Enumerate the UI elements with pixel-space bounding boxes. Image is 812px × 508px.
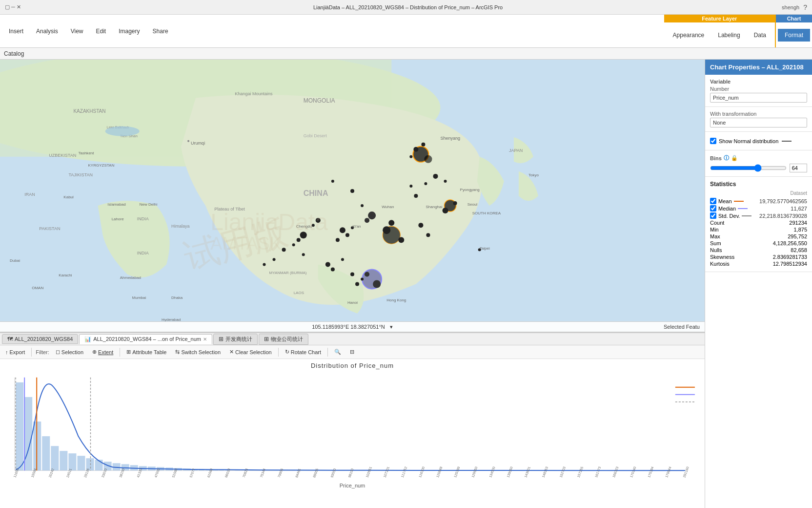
svg-rect-105 (51, 446, 59, 470)
map-tab-label: ALL_20210820_WGS84 (15, 336, 73, 342)
svg-text:125399: 125399 (453, 466, 461, 478)
map-area[interactable]: MONGOLIA CHINA KAZAKHSTAN Urumqi Shenyan… (0, 60, 705, 332)
svg-point-48 (302, 253, 305, 256)
svg-text:CHINA: CHINA (304, 189, 328, 197)
tab-insert[interactable]: Insert (3, 25, 29, 38)
tab-format[interactable]: Format (778, 29, 810, 42)
svg-point-12 (421, 143, 425, 147)
svg-point-31 (331, 180, 334, 183)
svg-text:75344: 75344 (260, 468, 266, 478)
switch-selection-button[interactable]: ⇆ Switch Selection (173, 348, 223, 356)
dropdown-icon[interactable]: ▾ (390, 324, 393, 330)
table-tab-dev[interactable]: ⊞ 开发商统计 (213, 334, 258, 345)
svg-text:UZBEKISTAN: UZBEKISTAN (49, 153, 76, 158)
tab-edit[interactable]: Edit (90, 25, 112, 38)
rotate-chart-icon: ↻ (285, 349, 289, 355)
svg-point-54 (418, 223, 423, 228)
svg-text:Pyongyang: Pyongyang (460, 188, 480, 192)
field-input[interactable] (710, 93, 807, 103)
svg-point-30 (388, 220, 394, 226)
dataset-label: Dataset (710, 190, 807, 196)
svg-text:Shanghai: Shanghai (426, 205, 442, 209)
feature-layer-label: Feature Layer (664, 15, 775, 22)
transformation-input[interactable] (710, 118, 807, 127)
tab-appearance[interactable]: Appearance (666, 29, 711, 42)
svg-point-18 (345, 233, 349, 237)
svg-text:143601: 143601 (524, 466, 531, 478)
toolbar-separator-3 (278, 348, 279, 357)
skewness-value: 2.8369281733 (773, 254, 807, 260)
svg-text:LAOS: LAOS (294, 291, 304, 295)
svg-text:New Delhi: New Delhi (140, 202, 158, 207)
window-controls[interactable]: ▢ ─ ✕ (5, 4, 21, 10)
show-normal-checkbox[interactable] (710, 138, 716, 144)
sum-value: 4,128,256,550 (773, 240, 807, 246)
svg-point-49 (273, 258, 276, 261)
svg-point-35 (424, 182, 427, 185)
histogram-svg: 11659 15584 20242 24511 29126 33010 3815… (0, 370, 705, 483)
svg-point-34 (414, 194, 418, 198)
table-tab-prop[interactable]: ⊞ 物业公司统计 (259, 334, 308, 345)
svg-text:Hong Kong: Hong Kong (386, 298, 406, 302)
catalog-bar: Catalog (0, 48, 812, 60)
stat-min: Min 1,875 (710, 227, 807, 233)
mean-color-indicator (734, 201, 744, 202)
chart-panel-header: Chart Properties – ALL_202108 (705, 60, 812, 75)
svg-point-40 (373, 280, 381, 288)
kurtosis-label: Kurtosis (710, 261, 730, 267)
fit-button[interactable]: ⊟ (347, 348, 357, 356)
chart-tabs: Format (776, 22, 812, 47)
filter-label: Filter: (36, 349, 49, 355)
stat-median: Median 11,627 (710, 205, 807, 212)
extent-label: Extent (98, 349, 113, 355)
chart-context-label: Chart (776, 15, 812, 22)
coordinates-text: 105.1185993°E 18.3827051°N (312, 324, 385, 330)
bins-info-icon[interactable]: ⓘ (724, 154, 729, 162)
count-label: Count (710, 220, 724, 226)
tab-view[interactable]: View (65, 25, 89, 38)
svg-point-11 (413, 147, 418, 152)
svg-text:KYRGYZSTAN: KYRGYZSTAN (88, 163, 114, 168)
svg-text:MYANMAR (BURMA): MYANMAR (BURMA) (269, 271, 307, 275)
svg-text:Hanoi: Hanoi (347, 300, 358, 305)
export-button[interactable]: ↑ Export (3, 348, 27, 356)
selection-icon: ◻ (56, 349, 60, 355)
tabs-bar: 🗺 ALL_20210820_WGS84 📊 ALL_20210820_WGS8… (0, 333, 705, 345)
stddev-checkbox[interactable] (710, 212, 716, 219)
tab-analysis[interactable]: Analysis (30, 25, 64, 38)
help-button[interactable]: ? (803, 3, 807, 11)
map-tab-main[interactable]: 🗺 ALL_20210820_WGS84 (2, 334, 78, 344)
chart-tab-price-num[interactable]: 📊 ALL_20210820_WGS84 – ...on of Price_nu… (79, 334, 212, 344)
clear-selection-button[interactable]: ✕ Clear Selection (227, 348, 274, 356)
attribute-table-button[interactable]: ⊞ Attribute Table (124, 348, 169, 356)
bins-value-input[interactable] (790, 164, 807, 172)
tab-share[interactable]: Share (147, 25, 174, 38)
zoom-button[interactable]: 🔍 (332, 348, 344, 356)
fit-icon: ⊟ (350, 349, 354, 355)
svg-text:PAKISTAN: PAKISTAN (39, 226, 60, 231)
selection-button[interactable]: ◻ Selection (53, 348, 86, 356)
selected-feature-text: Selected Featu (664, 324, 700, 330)
svg-point-37 (444, 180, 447, 183)
svg-text:129950: 129950 (471, 466, 478, 478)
svg-text:Khangai Mountains: Khangai Mountains (235, 91, 273, 96)
extent-button[interactable]: ⊕ Extent (90, 348, 116, 356)
max-value: 295,752 (788, 233, 807, 239)
bins-lock-icon[interactable]: 🔒 (731, 155, 738, 161)
bins-slider[interactable] (710, 164, 787, 172)
svg-point-16 (453, 201, 457, 205)
chart-tab-close-icon[interactable]: ✕ (203, 337, 207, 342)
tab-labeling[interactable]: Labeling (711, 29, 747, 42)
tab-data[interactable]: Data (747, 29, 773, 42)
tab-imagery[interactable]: Imagery (113, 25, 145, 38)
chart-svg-container: 11659 15584 20242 24511 29126 33010 3815… (0, 370, 705, 483)
svg-text:161773: 161773 (594, 466, 602, 478)
rotate-chart-button[interactable]: ↻ Rotate Chart (283, 348, 324, 356)
svg-text:Ahmedabad: Ahmedabad (120, 275, 141, 280)
median-checkbox[interactable] (710, 205, 716, 212)
mean-checkbox[interactable] (710, 198, 716, 204)
attribute-table-icon: ⊞ (126, 349, 131, 355)
svg-text:139050: 139050 (506, 466, 513, 478)
stat-kurtosis: Kurtosis 12.798512934 (710, 261, 807, 267)
svg-point-94 (105, 127, 140, 136)
